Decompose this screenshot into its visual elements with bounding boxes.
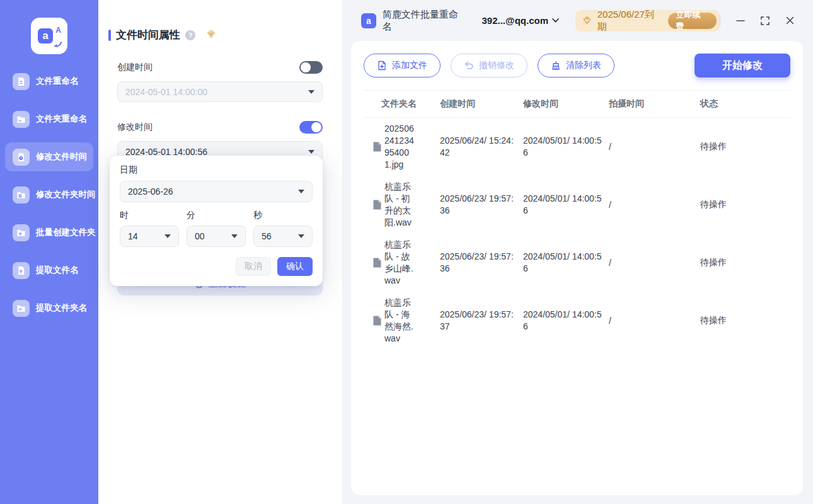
create-time-label: 创建时间 <box>117 62 153 73</box>
window-controls <box>720 15 795 26</box>
sidebar-item-label: 提取文件夹名 <box>36 302 87 314</box>
shot-time: / <box>604 200 695 210</box>
sidebar-item-batch-create-folder[interactable]: 批量创建文件夹 <box>5 218 93 247</box>
hour-label: 时 <box>120 210 179 221</box>
app-header: a 简鹿文件批量重命名 392...@qq.com 2025/06/27到期 立… <box>342 0 813 41</box>
hour-select[interactable]: 14 <box>120 226 179 247</box>
maximize-button[interactable] <box>759 15 771 26</box>
sidebar: a A 文件重命名 文件夹重命名 修改文件时间 <box>0 0 98 504</box>
vip-badge-icon <box>205 28 217 42</box>
modify-time-toggle[interactable] <box>299 121 323 134</box>
file-clock-icon <box>13 149 30 166</box>
created-time: 2025/06/24/ 15:24:42 <box>440 135 514 158</box>
col-status: 状态 <box>695 98 790 110</box>
folder-plus-icon <box>13 224 30 241</box>
table-header: 文件夹名 创建时间 修改时间 拍摄时间 状态 <box>364 90 790 118</box>
start-modify-button[interactable]: 开始修改 <box>695 54 790 77</box>
date-value: 2025-06-26 <box>128 186 173 197</box>
sidebar-item-folder-rename[interactable]: 文件夹重命名 <box>5 105 93 134</box>
sidebar-item-modify-folder-time[interactable]: 修改文件夹时间 <box>5 180 93 209</box>
clear-list-button[interactable]: 清除列表 <box>538 54 614 77</box>
caret-down-icon <box>298 234 304 238</box>
account-name: 392...@qq.com <box>481 15 548 26</box>
sidebar-item-extract-filename[interactable]: 提取文件名 <box>5 256 93 285</box>
sidebar-item-extract-foldername[interactable]: 提取文件夹名 <box>5 294 93 323</box>
create-time-value: 2024-05-01 14:00:00 <box>125 87 207 97</box>
created-time: 2025/06/23/ 19:57:37 <box>440 309 514 332</box>
maximize-icon <box>761 16 770 25</box>
logo-arrow-icon <box>54 42 62 48</box>
caret-down-icon <box>231 234 238 238</box>
help-icon[interactable]: ? <box>185 30 195 40</box>
folder-clock-icon <box>13 186 30 203</box>
col-folder-name: 文件夹名 <box>364 98 435 110</box>
minute-value: 00 <box>195 231 205 241</box>
file-name: 杭盖乐队 - 故乡山峰.wav <box>384 239 415 287</box>
minimize-button[interactable] <box>735 15 746 26</box>
table-row[interactable]: 杭盖乐队 - 故乡山峰.wav 2025/06/23/ 19:57:36 202… <box>364 234 790 292</box>
table-row[interactable]: 杭盖乐队 - 海然海然.wav 2025/06/23/ 19:57:37 202… <box>364 292 790 350</box>
cancel-button[interactable]: 取消 <box>236 257 271 276</box>
minute-select[interactable]: 00 <box>187 226 246 247</box>
date-select[interactable]: 2025-06-26 <box>120 181 313 202</box>
undo-button[interactable]: 撤销修改 <box>451 54 528 77</box>
create-time-select[interactable]: 2024-05-01 14:00:00 <box>117 81 323 102</box>
modify-time-label: 修改时间 <box>117 122 153 133</box>
status-badge: 待操作 <box>695 315 790 326</box>
sidebar-item-file-rename[interactable]: 文件重命名 <box>5 67 93 96</box>
status-badge: 待操作 <box>695 199 790 210</box>
file-icon <box>373 258 381 268</box>
modified-time: 2024/05/01/ 14:00:56 <box>523 135 602 158</box>
sidebar-item-label: 批量创建文件夹 <box>36 227 96 238</box>
second-value: 56 <box>262 231 272 241</box>
toolbar: 添加文件 撤销修改 清除列表 开始修改 <box>351 41 803 88</box>
file-name: 杭盖乐队 - 初升的太阳.wav <box>384 181 415 229</box>
app-title: 简鹿文件批量重命名 <box>383 9 467 33</box>
second-select[interactable]: 56 <box>253 226 313 247</box>
minimize-icon <box>736 16 745 25</box>
app-mini-logo-icon: a <box>361 13 376 28</box>
created-time: 2025/06/23/ 19:57:36 <box>440 251 514 274</box>
sidebar-item-label: 修改文件时间 <box>36 151 87 163</box>
shot-time: / <box>604 142 695 152</box>
expiry-text: 2025/06/27到期 <box>597 9 663 33</box>
renew-now-button[interactable]: 立即续费 <box>668 13 717 29</box>
settings-panel: 文件时间属性 ? 创建时间 2024-05-01 14:00:00 修改时间 2… <box>98 0 342 504</box>
table-row[interactable]: 杭盖乐队 - 初升的太阳.wav 2025/06/23/ 19:57:36 20… <box>364 176 790 234</box>
add-files-button[interactable]: 添加文件 <box>364 54 441 77</box>
create-time-toggle[interactable] <box>299 61 323 74</box>
vip-badge-icon <box>582 15 592 26</box>
shot-time: / <box>604 258 695 268</box>
title-accent-bar <box>108 30 111 41</box>
file-table: 文件夹名 创建时间 修改时间 拍摄时间 状态 20250624123495400… <box>364 90 790 350</box>
confirm-button[interactable]: 确认 <box>277 257 313 276</box>
caret-down-icon <box>298 190 304 193</box>
close-button[interactable] <box>784 15 795 26</box>
file-extract-icon <box>13 262 30 279</box>
minute-label: 分 <box>187 210 246 221</box>
hour-value: 14 <box>128 231 138 241</box>
status-badge: 待操作 <box>695 257 790 268</box>
modified-time: 2024/05/01/ 14:00:56 <box>523 193 602 216</box>
second-label: 秒 <box>253 210 313 221</box>
file-rename-icon <box>13 73 30 90</box>
sidebar-item-modify-file-time[interactable]: 修改文件时间 <box>5 142 93 171</box>
clear-list-icon <box>551 60 561 71</box>
col-shot: 拍摄时间 <box>604 98 695 110</box>
sidebar-item-label: 提取文件名 <box>36 265 79 276</box>
file-icon <box>373 200 381 210</box>
table-row[interactable]: 202506241234954001.jpg 2025/06/24/ 15:24… <box>364 118 790 176</box>
app-logo: a A <box>31 18 67 54</box>
undo-icon <box>464 60 474 71</box>
caret-down-icon <box>308 150 314 154</box>
file-list-card: 添加文件 撤销修改 清除列表 开始修改 文件夹名 创建时间 修改时间 <box>351 41 803 495</box>
col-modified: 修改时间 <box>518 98 604 110</box>
divider <box>720 15 720 26</box>
panel-title: 文件时间属性 <box>116 28 180 42</box>
sidebar-item-label: 修改文件夹时间 <box>36 189 96 200</box>
chevron-down-icon <box>552 18 559 23</box>
status-badge: 待操作 <box>695 141 790 152</box>
sidebar-nav: 文件重命名 文件夹重命名 修改文件时间 修改文件夹时间 批量创建文件夹 <box>0 67 98 323</box>
account-dropdown[interactable]: 392...@qq.com <box>481 15 559 26</box>
shot-time: / <box>604 316 695 326</box>
